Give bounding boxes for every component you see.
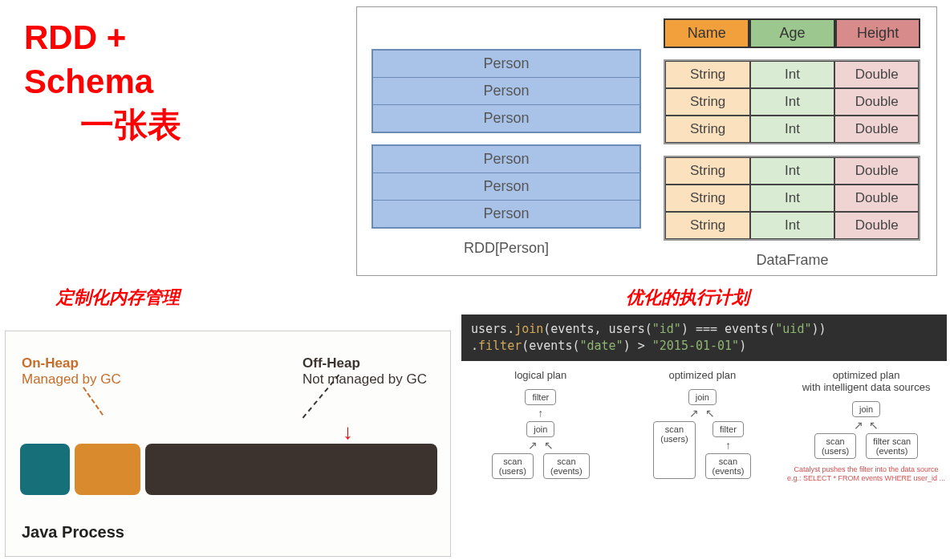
arrow-up-icon: ↗ ↖ bbox=[689, 408, 715, 419]
cell-double: Double bbox=[834, 61, 919, 88]
title-line-1: RDD + bbox=[24, 16, 181, 60]
cell-string: String bbox=[665, 212, 749, 239]
node-join: join bbox=[852, 401, 880, 417]
subtitle-memory: 定制化内存管理 bbox=[56, 286, 180, 310]
java-process-label: Java Process bbox=[22, 523, 124, 542]
rdd-vs-dataframe-diagram: Person Person Person Person Person Perso… bbox=[356, 6, 937, 276]
node-scan-users: scan (users) bbox=[492, 453, 534, 479]
optimized-plan: optimized plan join ↗ ↖ scan (users) fil… bbox=[626, 369, 780, 483]
arrow-up-icon: ↑ bbox=[725, 440, 731, 451]
cell-double: Double bbox=[834, 157, 919, 185]
arrow-up-icon: ↗ ↖ bbox=[528, 440, 554, 451]
node-join: join bbox=[688, 389, 717, 405]
dataframe-column: Name Age Height StringIntDouble StringIn… bbox=[664, 18, 920, 269]
cell-int: Int bbox=[750, 212, 834, 239]
node-filter: filter bbox=[712, 421, 744, 437]
rdd-row: Person bbox=[373, 51, 639, 78]
cell-string: String bbox=[665, 116, 749, 143]
logical-plan: logical plan filter ↑ join ↗ ↖ scan (use… bbox=[464, 369, 618, 483]
optimized-plan-sources: optimized plan with intelligent data sou… bbox=[787, 369, 945, 483]
cell-string: String bbox=[665, 185, 749, 212]
rdd-block-1: Person Person Person bbox=[371, 49, 641, 133]
node-filter: filter bbox=[525, 389, 556, 405]
header-age: Age bbox=[749, 18, 835, 48]
node-scan-users: scan (users) bbox=[653, 421, 695, 479]
node-join: join bbox=[526, 421, 554, 437]
rdd-row: Person bbox=[373, 105, 639, 132]
on-heap-label: On-Heap Managed by GC bbox=[22, 355, 121, 388]
heap-seg-orange bbox=[75, 444, 140, 495]
rdd-block-2: Person Person Person bbox=[371, 144, 641, 229]
catalyst-note: Catalyst pushes the filter into the data… bbox=[787, 465, 945, 483]
rdd-row: Person bbox=[373, 173, 639, 201]
heap-seg-teal bbox=[20, 444, 70, 495]
node-filter-scan-events: filter scan (events) bbox=[866, 433, 918, 459]
title-line-2: Schema bbox=[24, 60, 181, 104]
node-scan-events: scan (events) bbox=[705, 453, 752, 479]
cell-int: Int bbox=[750, 88, 834, 116]
node-scan-users: scan (users) bbox=[814, 433, 856, 459]
header-name: Name bbox=[664, 18, 749, 48]
heap-bar bbox=[20, 444, 437, 495]
rdd-column: Person Person Person Person Person Perso… bbox=[371, 18, 641, 257]
main-title: RDD + Schema 一张表 bbox=[24, 16, 181, 148]
arrow-up-icon: ↑ bbox=[538, 408, 543, 419]
heap-seg-dark bbox=[145, 444, 437, 495]
df-block-2: StringIntDouble StringIntDouble StringIn… bbox=[664, 156, 920, 241]
df-caption: DataFrame bbox=[664, 252, 920, 269]
rdd-caption: RDD[Person] bbox=[371, 240, 641, 257]
red-annotation-icon: ↓ bbox=[343, 420, 353, 444]
title-line-3: 一张表 bbox=[24, 103, 181, 148]
df-block-1: StringIntDouble StringIntDouble StringIn… bbox=[664, 59, 920, 144]
cell-int: Int bbox=[750, 116, 834, 143]
subtitle-plan: 优化的执行计划 bbox=[626, 286, 749, 310]
cell-double: Double bbox=[834, 185, 919, 212]
cell-double: Double bbox=[834, 88, 919, 116]
rdd-row: Person bbox=[373, 78, 639, 105]
cell-int: Int bbox=[750, 61, 834, 88]
arrow-up-icon: ↗ ↖ bbox=[854, 420, 879, 431]
cell-string: String bbox=[665, 61, 749, 88]
execution-plans: logical plan filter ↑ join ↗ ↖ scan (use… bbox=[464, 369, 945, 483]
cell-int: Int bbox=[750, 157, 834, 185]
heap-diagram: On-Heap Managed by GC Off-Heap Not manag… bbox=[5, 331, 451, 557]
cell-string: String bbox=[665, 157, 749, 185]
code-snippet: users.join(events, users("id") === event… bbox=[461, 314, 947, 361]
cell-int: Int bbox=[750, 185, 834, 212]
cell-double: Double bbox=[834, 116, 919, 143]
cell-string: String bbox=[665, 88, 749, 116]
header-height: Height bbox=[835, 18, 921, 48]
rdd-row: Person bbox=[373, 146, 639, 173]
off-heap-label: Off-Heap Not managed by GC bbox=[302, 355, 427, 388]
rdd-row: Person bbox=[373, 201, 639, 227]
df-header: Name Age Height bbox=[664, 18, 920, 48]
arrow-on-heap-icon bbox=[83, 387, 104, 416]
node-scan-events: scan (events) bbox=[543, 453, 590, 479]
cell-double: Double bbox=[834, 212, 919, 239]
